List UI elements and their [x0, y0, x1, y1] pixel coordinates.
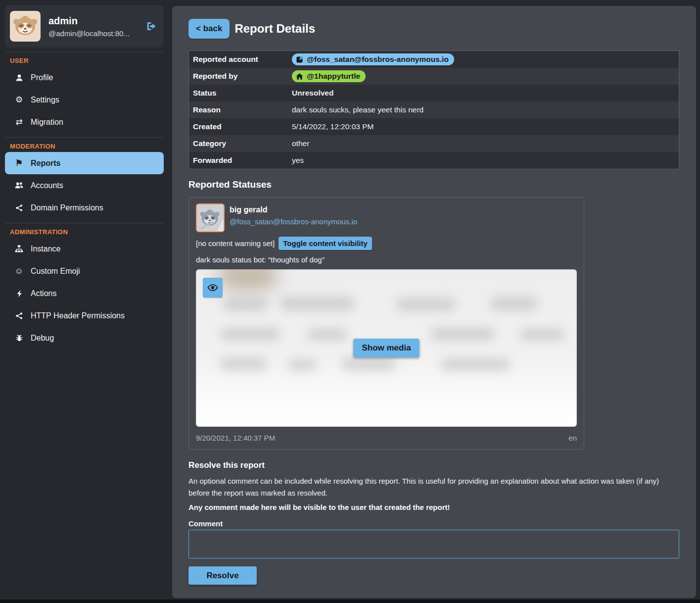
reported-account-handle: @foss_satan@fossbros-anonymous.io: [307, 55, 449, 64]
blur-blob: [431, 328, 495, 341]
sidebar-item-label: HTTP Header Permissions: [31, 311, 125, 320]
resolve-button[interactable]: Resolve: [188, 566, 257, 585]
external-link-icon: [296, 56, 303, 63]
sidebar-item-http-header-permissions[interactable]: HTTP Header Permissions: [5, 304, 164, 327]
transfer-arrows-icon: ⇄: [14, 118, 24, 126]
blur-blob: [220, 357, 267, 370]
row-label: Reported by: [193, 72, 292, 81]
share-nodes-icon: [14, 204, 24, 212]
back-button[interactable]: < back: [188, 19, 230, 39]
row-label: Status: [193, 89, 292, 98]
report-details-table: Reported account @foss_satan@fossbros-an…: [188, 50, 679, 169]
table-row: Reported account @foss_satan@fossbros-an…: [189, 51, 679, 68]
sidebar-section-user: USER: [10, 57, 164, 64]
divider: [5, 51, 164, 52]
blur-blob: [287, 359, 317, 370]
sidebar-item-migration[interactable]: ⇄ Migration: [5, 111, 164, 133]
user-handle: @admin@localhost:80...: [48, 29, 138, 38]
sidebar-item-label: Custom Emoji: [31, 267, 80, 276]
status-author-handle-link[interactable]: @foss_satan@fossbros-anonymous.io: [230, 217, 357, 226]
resolve-warning: Any comment made here will be visible to…: [188, 503, 680, 511]
table-row: Status Unresolved: [189, 85, 679, 101]
share-nodes-icon: [14, 312, 24, 320]
sidebar-item-label: Debug: [31, 334, 54, 343]
sidebar-item-instance[interactable]: Instance: [5, 238, 164, 260]
sidebar-section-moderation: MODERATION: [10, 143, 164, 150]
blurred-media-attachment: Show media: [196, 269, 577, 427]
sidebar: admin @admin@localhost:80... USER Profil…: [0, 0, 172, 603]
table-row: Reason dark souls sucks, please yeet thi…: [189, 101, 679, 118]
bolt-icon: [14, 290, 24, 298]
blur-blob: [218, 269, 278, 290]
blur-blob: [307, 329, 347, 341]
app-layout: admin @admin@localhost:80... USER Profil…: [0, 0, 700, 603]
toggle-content-visibility-button[interactable]: Toggle content visibility: [279, 237, 372, 250]
flag-icon: ⚑: [14, 159, 24, 167]
sitemap-icon: [14, 245, 24, 253]
blur-blob: [441, 358, 510, 371]
sidebar-item-label: Reports: [31, 159, 60, 168]
blur-blob: [221, 328, 280, 341]
users-icon: [14, 181, 24, 190]
reported-status-card: big gerald @foss_satan@fossbros-anonymou…: [188, 197, 584, 450]
hide-media-button[interactable]: [203, 278, 223, 298]
status-author-meta: big gerald @foss_satan@fossbros-anonymou…: [230, 203, 357, 232]
show-media-button[interactable]: Show media: [353, 339, 419, 357]
row-label: Forwarded: [193, 156, 292, 165]
blur-blob: [490, 297, 537, 310]
blur-blob: [342, 357, 396, 370]
eye-icon: [207, 282, 218, 293]
sidebar-item-label: Domain Permissions: [31, 203, 103, 212]
sidebar-item-label: Actions: [31, 289, 56, 298]
status-value: Unresolved: [292, 89, 679, 98]
status-content-text: dark souls status bot: "thoughts of dog": [196, 255, 577, 264]
sidebar-item-custom-emoji[interactable]: ☺ Custom Emoji: [5, 260, 164, 282]
sidebar-item-label: Profile: [31, 73, 53, 82]
admin-avatar: [10, 11, 41, 42]
sidebar-item-reports[interactable]: ⚑ Reports: [5, 152, 164, 174]
comment-label: Comment: [188, 519, 680, 528]
sidebar-item-label: Migration: [31, 118, 63, 127]
sidebar-item-label: Settings: [31, 96, 59, 104]
home-icon: [296, 73, 303, 80]
row-label: Category: [193, 139, 292, 148]
divider: [5, 223, 164, 223]
reported-account-pill[interactable]: @foss_satan@fossbros-anonymous.io: [292, 53, 454, 65]
smiley-icon: ☺: [14, 267, 24, 275]
row-label: Reason: [193, 105, 292, 114]
bug-icon: [14, 334, 24, 342]
row-label: Reported account: [193, 55, 292, 64]
sidebar-item-debug[interactable]: Debug: [5, 327, 164, 349]
table-row: Reported by @1happyturtle: [189, 68, 679, 85]
resolve-heading: Resolve this report: [188, 460, 680, 470]
sidebar-section-administration: ADMINISTRATION: [10, 228, 164, 236]
user-card: admin @admin@localhost:80...: [5, 5, 164, 48]
user-icon: [14, 74, 24, 82]
sidebar-item-profile[interactable]: Profile: [5, 66, 164, 89]
table-row: Forwarded yes: [189, 152, 679, 169]
page-title: Report Details: [234, 22, 315, 36]
page-header: < back Report Details: [188, 19, 680, 39]
reported-by-pill[interactable]: @1happyturtle: [292, 70, 366, 82]
forwarded-value: yes: [292, 156, 679, 165]
sidebar-item-settings[interactable]: ⚙ Settings: [5, 89, 164, 111]
row-label: Created: [193, 122, 292, 131]
user-meta: admin @admin@localhost:80...: [48, 15, 138, 38]
reporter-handle: @1happyturtle: [307, 72, 360, 81]
sidebar-item-accounts[interactable]: Accounts: [5, 174, 164, 197]
logout-button[interactable]: [146, 21, 157, 32]
sidebar-item-domain-permissions[interactable]: Domain Permissions: [5, 197, 164, 219]
sidebar-item-actions[interactable]: Actions: [5, 282, 164, 304]
reported-statuses-heading: Reported Statuses: [188, 179, 680, 190]
status-author-avatar: [196, 203, 225, 232]
reason-value: dark souls sucks, please yeet this nerd: [292, 105, 679, 114]
blur-blob: [280, 297, 354, 310]
table-row: Category other: [189, 135, 679, 152]
content-warning-text: [no content warning set]: [196, 239, 275, 248]
bottom-strip: [0, 600, 700, 603]
comment-textarea[interactable]: [188, 530, 679, 558]
resolve-description: An optional comment can be included whil…: [188, 475, 679, 499]
status-header: big gerald @foss_satan@fossbros-anonymou…: [196, 203, 577, 232]
created-value: 5/14/2022, 12:20:03 PM: [292, 122, 679, 131]
status-timestamp: 9/20/2021, 12:40:37 PM: [196, 434, 275, 442]
